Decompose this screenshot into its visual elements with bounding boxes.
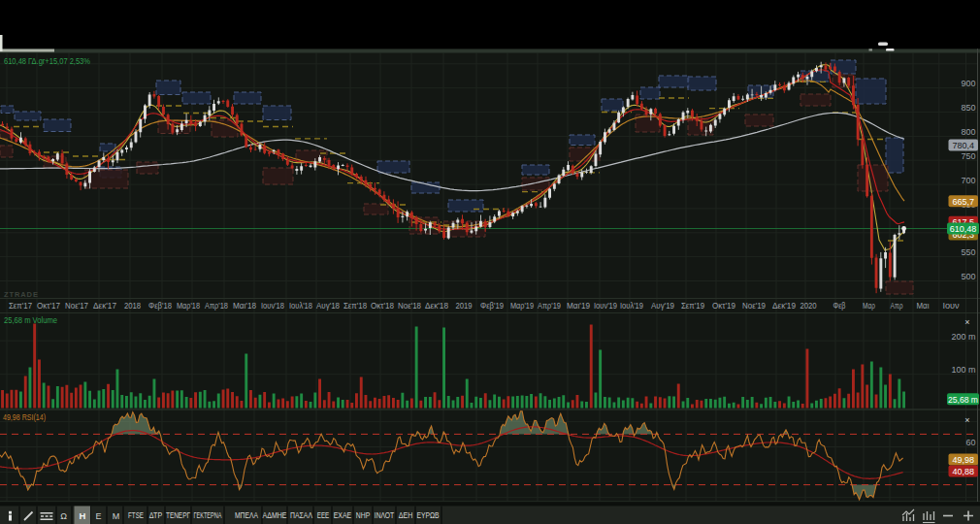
svg-text:550: 550 (961, 247, 975, 257)
svg-text:Νοε'18: Νοε'18 (398, 301, 421, 311)
svg-text:Η: Η (80, 510, 86, 521)
svg-text:Μαρ'19: Μαρ'19 (510, 301, 534, 311)
svg-text:Δεκ'17: Δεκ'17 (93, 301, 116, 311)
svg-text:Νοε'17: Νοε'17 (65, 301, 88, 311)
svg-text:25,68 m: 25,68 m (948, 395, 978, 405)
svg-text:Ιουλ'19: Ιουλ'19 (620, 301, 643, 311)
svg-text:Μ: Μ (113, 511, 120, 521)
svg-text:Νοε'19: Νοε'19 (742, 301, 766, 311)
svg-text:Αυγ'18: Αυγ'18 (316, 301, 340, 311)
svg-text:Ιουλ'18: Ιουλ'18 (289, 301, 312, 311)
svg-text:25,68 m Volume: 25,68 m Volume (4, 315, 57, 325)
svg-text:ΙΝΛΟΤ: ΙΝΛΟΤ (375, 511, 395, 520)
svg-text:Ιουν'18: Ιουν'18 (261, 301, 284, 311)
svg-text:Μαρ'18: Μαρ'18 (177, 301, 200, 311)
svg-text:Ιουν'19: Ιουν'19 (594, 301, 617, 311)
svg-text:200 m: 200 m (951, 332, 975, 342)
svg-text:Μαρ: Μαρ (863, 301, 875, 311)
svg-text:Μαι'18: Μαι'18 (233, 301, 256, 311)
svg-text:780,4: 780,4 (953, 141, 975, 150)
svg-text:Οκτ'19: Οκτ'19 (712, 301, 735, 311)
svg-text:750: 750 (961, 151, 975, 161)
svg-text:Μαι: Μαι (917, 301, 930, 311)
svg-text:ΝΗΡ: ΝΗΡ (356, 511, 371, 520)
svg-text:Φεβ: Φεβ (833, 301, 846, 311)
svg-text:100 m: 100 m (951, 365, 975, 375)
svg-text:2018: 2018 (124, 301, 142, 311)
svg-text:Σεπ'19: Σεπ'19 (681, 301, 704, 311)
svg-text:ΕΕΕ: ΕΕΕ (317, 511, 330, 520)
svg-text:Δεκ'18: Δεκ'18 (425, 301, 448, 311)
svg-text:40,88: 40,88 (953, 467, 975, 476)
svg-text:FTSE: FTSE (128, 511, 144, 520)
svg-text:ΜΠΕΛΑ: ΜΠΕΛΑ (235, 511, 258, 520)
svg-text:800: 800 (961, 127, 975, 137)
svg-text:Σεπ'17: Σεπ'17 (9, 301, 32, 311)
svg-text:ΕΧΑΕ: ΕΧΑΕ (334, 511, 352, 520)
svg-text:Ιουν: Ιουν (942, 301, 959, 311)
svg-text:610,48: 610,48 (950, 224, 977, 234)
svg-text:Δεκ'19: Δεκ'19 (772, 301, 796, 311)
svg-text:Αυγ'19: Αυγ'19 (651, 301, 674, 311)
svg-text:Οκτ'17: Οκτ'17 (37, 301, 60, 311)
svg-text:ΤΕΝΕΡΓ: ΤΕΝΕΡΓ (166, 511, 190, 520)
svg-text:60: 60 (965, 438, 975, 447)
svg-text:500: 500 (961, 272, 975, 281)
svg-text:49,98: 49,98 (953, 455, 975, 465)
svg-text:610,48 ΓΔ.gr+15,07 2,53%: 610,48 ΓΔ.gr+15,07 2,53% (4, 56, 90, 66)
svg-text:900: 900 (961, 79, 975, 88)
svg-text:700: 700 (961, 176, 975, 185)
svg-text:Σεπ'18: Σεπ'18 (343, 301, 367, 311)
svg-text:665,7: 665,7 (953, 197, 975, 207)
svg-text:2020: 2020 (800, 301, 817, 311)
svg-text:ZTRADE: ZTRADE (4, 290, 39, 299)
svg-text:850: 850 (961, 103, 975, 113)
svg-text:49,98 RSI(14): 49,98 RSI(14) (3, 412, 46, 422)
svg-text:ΓΕΚΤΕΡΝΑ: ΓΕΚΤΕΡΝΑ (194, 511, 222, 520)
svg-text:ΔΕΗ: ΔΕΗ (399, 511, 413, 520)
svg-text:Ε: Ε (95, 511, 101, 521)
svg-text:Απρ'19: Απρ'19 (538, 301, 561, 311)
svg-text:Ω: Ω (60, 511, 67, 521)
svg-text:Απρ: Απρ (891, 301, 903, 311)
svg-text:Απρ'18: Απρ'18 (205, 301, 228, 311)
svg-text:Φεβ'19: Φεβ'19 (480, 301, 504, 311)
svg-text:Μαι'19: Μαι'19 (567, 301, 590, 311)
svg-text:ΠΑΣΑΛ: ΠΑΣΑΛ (290, 511, 312, 520)
svg-text:2019: 2019 (455, 301, 473, 311)
svg-text:Φεβ'18: Φεβ'18 (148, 301, 172, 311)
svg-text:ΔΤΡ: ΔΤΡ (149, 511, 163, 520)
svg-text:ΑΔΜΗΕ: ΑΔΜΗΕ (263, 511, 287, 520)
svg-text:ΕΥΡΩΒ: ΕΥΡΩΒ (417, 511, 440, 520)
svg-text:Οκτ'18: Οκτ'18 (371, 301, 394, 311)
svg-text:×: × (964, 317, 969, 327)
svg-text:×: × (964, 415, 969, 425)
